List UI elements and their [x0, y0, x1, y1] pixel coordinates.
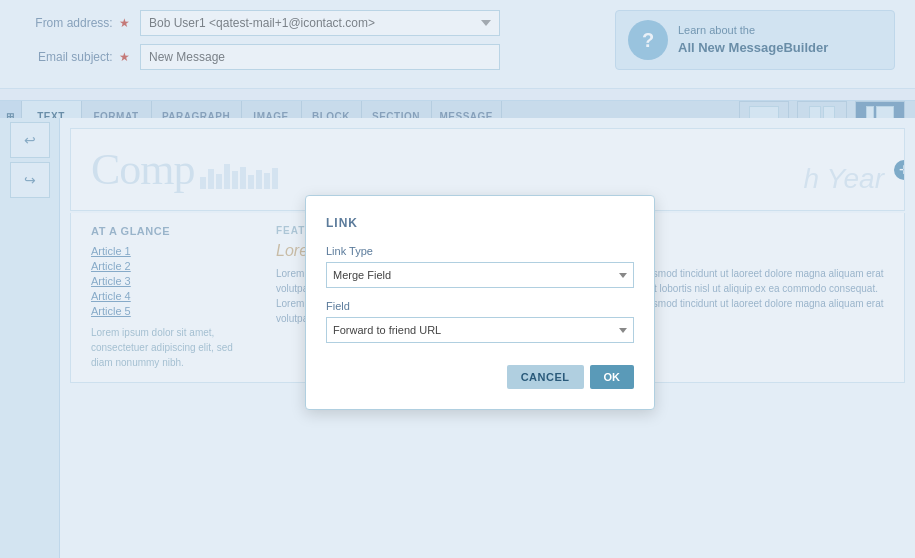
- field-label: Field: [326, 300, 634, 312]
- ok-button[interactable]: OK: [590, 365, 635, 389]
- dialog-buttons: CANCEL OK: [326, 365, 634, 389]
- link-dialog: LINK Link Type Merge Field URL Email Anc…: [305, 195, 655, 410]
- dialog-title: LINK: [326, 216, 634, 230]
- link-type-label: Link Type: [326, 245, 634, 257]
- cancel-button[interactable]: CANCEL: [507, 365, 584, 389]
- link-type-select[interactable]: Merge Field URL Email Anchor: [326, 262, 634, 288]
- field-select[interactable]: Forward to friend URL Email Address Firs…: [326, 317, 634, 343]
